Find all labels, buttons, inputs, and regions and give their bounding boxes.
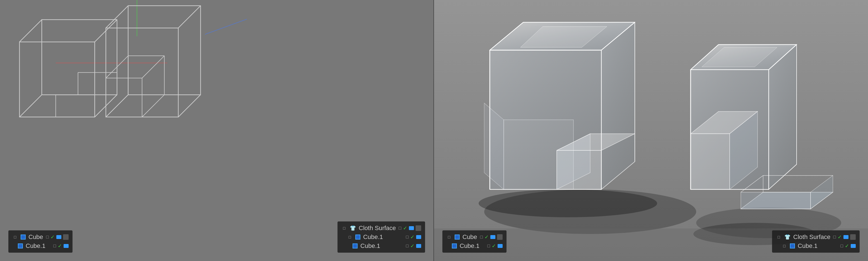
right-edit2-icon: □ (487, 244, 490, 249)
cloth-cube1-label: Cube.1 (363, 233, 403, 241)
right-cloth-surface-label: Cloth Surface (793, 233, 830, 241)
cloth-render-icon (409, 226, 414, 230)
right-cloth-edit-icon: □ (833, 234, 836, 239)
cube1-label: Cube.1 (26, 243, 51, 250)
right-cube-label: Cube (462, 233, 477, 241)
right-cloth-check-icon: ✓ (838, 234, 842, 240)
cube-icon (21, 234, 26, 239)
cube1-icon (18, 244, 23, 249)
check2-icon: ✓ (58, 243, 62, 249)
right-objects-label-bar: □ Cube □ ✓ Cube.1 □ ✓ (442, 230, 506, 253)
right-cloth-render2-icon (851, 244, 856, 248)
right-render-icon (490, 235, 495, 239)
right-check2-icon: ✓ (492, 243, 496, 249)
cube1-actions: □ ✓ (53, 243, 69, 249)
cloth-edit3-icon: □ (406, 244, 409, 249)
cloth-check-icon: ✓ (403, 225, 407, 231)
right-scene-icon: □ (446, 234, 452, 240)
render-svg (434, 0, 868, 261)
right-panel-rendered[interactable]: □ Cube □ ✓ Cube.1 □ ✓ (434, 0, 868, 261)
cloth-render2-icon (416, 235, 421, 239)
cloth-cube1b-actions: □ ✓ (406, 243, 421, 249)
left-cloth-label-bar: □ 👕 Cloth Surface □ ✓ □ Cube.1 □ ✓ (338, 221, 425, 253)
cloth-check3-icon: ✓ (410, 243, 414, 249)
cube-label: Cube (28, 233, 43, 241)
scene-icon: □ (12, 234, 18, 240)
right-cloth-cube1-actions: □ ✓ (840, 243, 856, 249)
svg-line-13 (178, 6, 200, 28)
left-panel-wireframe[interactable]: □ Cube □ ✓ Cube.1 □ ✓ (0, 0, 434, 261)
cube-row: □ Cube □ ✓ (12, 233, 69, 241)
cloth-cube1b-row: Cube.1 □ ✓ (352, 241, 421, 251)
shirt-icon: 👕 (350, 225, 356, 231)
svg-line-23 (142, 95, 164, 117)
cloth-cube1b-label: Cube.1 (360, 243, 403, 250)
svg-marker-63 (741, 192, 810, 209)
right-edit-icon: □ (480, 234, 483, 239)
right-cube1-icon (452, 244, 457, 249)
right-cloth-scene3-icon: □ (781, 243, 787, 249)
right-check-icon: ✓ (485, 234, 489, 240)
cloth-cube1b-icon (352, 244, 358, 249)
cloth-scene3-icon: □ (347, 234, 352, 240)
svg-marker-49 (691, 134, 730, 189)
svg-line-22 (142, 56, 164, 78)
cloth-cube-icon (355, 234, 360, 239)
svg-line-15 (106, 95, 128, 117)
right-cube-icon (455, 234, 460, 239)
cloth-extra-icon (415, 225, 421, 231)
svg-line-14 (178, 95, 200, 117)
edit-icon: □ (46, 234, 49, 239)
cloth-render3-icon (416, 244, 421, 248)
cube1-row: Cube.1 □ ✓ (18, 241, 69, 251)
right-render2-icon (498, 244, 503, 248)
scene2-icon: □ (341, 225, 347, 231)
cloth-edit-icon: □ (399, 226, 401, 231)
right-cube-actions: □ ✓ (480, 234, 503, 240)
right-cloth-surface-row: □ 👕 Cloth Surface □ ✓ (776, 233, 856, 241)
right-cloth-edit2-icon: □ (840, 244, 843, 249)
cube-actions: □ ✓ (46, 234, 69, 240)
cloth-surface-label: Cloth Surface (359, 225, 396, 232)
svg-line-2 (20, 20, 42, 42)
right-cloth-cube1-row: □ Cube.1 □ ✓ (781, 241, 856, 251)
right-cloth-render-icon (843, 235, 848, 239)
svg-line-5 (20, 95, 42, 117)
right-cloth-cube1-label: Cube.1 (798, 243, 838, 250)
check-icon: ✓ (51, 234, 55, 240)
cloth-edit2-icon: □ (406, 234, 409, 239)
main-container: □ Cube □ ✓ Cube.1 □ ✓ (0, 0, 868, 261)
cloth-cube1-actions: □ ✓ (406, 234, 421, 240)
right-cube1-actions: □ ✓ (487, 243, 503, 249)
right-cloth-label-bar: □ 👕 Cloth Surface □ ✓ □ Cube.1 □ ✓ (772, 230, 860, 253)
right-cube1-row: Cube.1 □ ✓ (452, 241, 503, 251)
right-extra-icon (497, 234, 503, 240)
right-cloth-check2-icon: ✓ (845, 243, 849, 249)
right-cloth-extra-icon (850, 234, 856, 240)
cloth-check2-icon: ✓ (410, 234, 414, 240)
edit2-icon: □ (53, 244, 56, 249)
right-cloth-actions: □ ✓ (833, 234, 856, 240)
svg-point-27 (478, 189, 657, 217)
right-cube1-label: Cube.1 (460, 243, 485, 250)
right-scene2-icon: □ (776, 234, 781, 240)
right-shirt-icon: 👕 (784, 234, 790, 240)
extra-icon (63, 234, 69, 240)
cloth-surface-row: □ 👕 Cloth Surface □ ✓ (341, 224, 421, 233)
left-objects-label-bar: □ Cube □ ✓ Cube.1 □ ✓ (8, 230, 72, 253)
cloth-cube1-row: □ Cube.1 □ ✓ (347, 233, 421, 241)
render-icon (56, 235, 61, 239)
svg-marker-33 (601, 22, 635, 189)
right-cloth-cube-icon (790, 244, 795, 249)
render2-icon (64, 244, 69, 248)
cloth-actions: □ ✓ (399, 225, 421, 231)
right-cube-row: □ Cube □ ✓ (446, 233, 503, 241)
